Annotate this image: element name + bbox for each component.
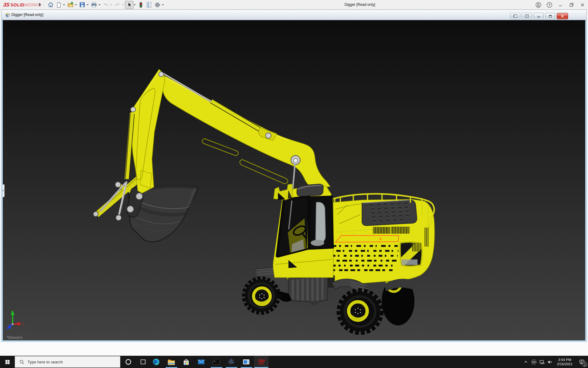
file-properties-icon	[146, 2, 152, 8]
undo-button[interactable]	[102, 1, 110, 9]
toolbar-separator	[44, 1, 44, 8]
doc-close-button[interactable]	[557, 13, 568, 19]
doc-minimize-button[interactable]	[533, 13, 544, 19]
cab[interactable]	[273, 184, 333, 278]
file-explorer-icon	[167, 358, 175, 366]
meet-now-icon	[531, 359, 537, 365]
select-cursor-icon	[126, 2, 132, 8]
search-placeholder-text: Type here to search	[28, 360, 63, 364]
task-view-icon	[140, 359, 146, 365]
view-orientation-label: *Dimetric	[7, 335, 23, 340]
redo-dropdown[interactable]	[122, 4, 124, 6]
rear-wheel[interactable]	[338, 290, 382, 333]
undo-icon	[103, 2, 109, 8]
task-view-button[interactable]	[136, 356, 150, 368]
svg-text:>_: >_	[214, 360, 217, 362]
select-tool-dropdown[interactable]	[134, 4, 136, 6]
document-title: Digger [Read-only]	[11, 10, 43, 20]
tray-chevron-button[interactable]	[522, 356, 530, 368]
show-left-pane-button[interactable]	[510, 13, 520, 19]
tray-volume-button[interactable]	[546, 356, 554, 368]
clock-date: 2/16/2021	[555, 362, 575, 366]
redo-button[interactable]	[113, 1, 122, 9]
taskbar-store[interactable]	[179, 356, 194, 368]
notification-badge: 2	[582, 362, 587, 367]
save-button[interactable]	[78, 1, 86, 9]
search-icon	[19, 359, 24, 365]
front-wheel[interactable]	[244, 278, 279, 313]
solidworks-app: ЗS SOLID WORKS	[0, 0, 588, 368]
doc-restore-button[interactable]	[545, 13, 555, 19]
solidworks-logo: ЗS SOLID WORKS	[3, 0, 41, 10]
new-document-dropdown[interactable]	[63, 4, 65, 6]
undo-dropdown[interactable]	[110, 4, 112, 6]
user-icon	[535, 2, 541, 8]
taskbar-file-explorer[interactable]	[164, 356, 179, 368]
apex-pin	[159, 72, 164, 77]
new-document-button[interactable]	[55, 1, 63, 9]
select-tool-button[interactable]	[125, 1, 134, 9]
dipper-arm[interactable]	[130, 69, 165, 193]
start-button[interactable]	[0, 356, 15, 368]
orientation-triad: Y x	[6, 310, 24, 329]
rebuild-button[interactable]	[137, 1, 145, 9]
home-icon	[47, 2, 54, 8]
restore-button[interactable]	[566, 0, 577, 10]
taskbar-solidworks[interactable]: SW 2021	[254, 356, 269, 368]
document-titlebar[interactable]: Digger [Read-only]	[1, 10, 587, 20]
help-button[interactable]: ?	[544, 0, 555, 10]
cortana-icon	[125, 358, 132, 365]
collapsed-pane-tab[interactable]	[3, 184, 5, 197]
taskbar-mail[interactable]	[194, 356, 209, 368]
taskbar-search-input[interactable]: Type here to search	[15, 356, 120, 368]
quick-access-toolbar	[47, 0, 165, 10]
taskbar-clock[interactable]: 3:54 PM 2/16/2021	[555, 358, 575, 366]
cortana-button[interactable]	[121, 356, 136, 368]
edge-icon	[152, 358, 160, 366]
pane-tab-dot-icon	[3, 190, 4, 191]
boom[interactable]	[162, 76, 330, 199]
mail-icon	[197, 358, 205, 366]
rear-side-grille	[424, 228, 429, 247]
app-titlebar: ЗS SOLID WORKS	[0, 0, 588, 10]
save-dropdown[interactable]	[87, 4, 89, 6]
action-center-button[interactable]: 2	[576, 356, 588, 368]
chassis-ribs-icon	[293, 278, 322, 301]
home-button[interactable]	[47, 1, 55, 9]
taskbar-edge[interactable]	[149, 356, 164, 368]
print-button[interactable]	[90, 1, 98, 9]
print-dropdown[interactable]	[99, 4, 100, 6]
tray-network-button[interactable]	[538, 356, 546, 368]
solidworks-2021-icon: SW 2021	[258, 358, 265, 365]
app-background	[0, 342, 588, 356]
save-icon	[79, 2, 85, 8]
minimize-button[interactable]	[555, 0, 566, 10]
options-dropdown[interactable]	[162, 4, 164, 6]
side-grille-right	[391, 227, 410, 234]
side-grille-left	[373, 227, 390, 234]
menu-expand-arrow-icon[interactable]	[39, 3, 41, 6]
restore-icon	[569, 2, 574, 7]
model-canvas[interactable]: Y x	[3, 20, 585, 340]
tray-meet-now-button[interactable]	[530, 356, 538, 368]
open-dropdown[interactable]	[75, 4, 77, 6]
taskbar-window-app[interactable]	[239, 356, 254, 368]
close-button[interactable]	[577, 0, 588, 10]
taskbar-cmd[interactable]: >_	[209, 356, 224, 368]
triad-y-label: Y	[11, 310, 13, 314]
file-properties-button[interactable]	[145, 1, 153, 9]
left-pane-icon	[513, 14, 517, 18]
left-pin	[131, 107, 136, 112]
taskbar-hexagon-app[interactable]	[224, 356, 239, 368]
document-window-controls	[510, 13, 568, 19]
options-button[interactable]	[153, 1, 162, 9]
login-button[interactable]	[533, 0, 544, 10]
open-button[interactable]	[66, 1, 75, 9]
gear-icon	[154, 2, 161, 8]
app-title: Digger [Read-only]	[318, 0, 401, 10]
right-pane-icon	[525, 14, 529, 18]
rebuild-traffic-light-icon	[138, 2, 144, 8]
show-right-pane-button[interactable]	[522, 13, 532, 19]
graphics-area[interactable]: Y x *Dimetric	[3, 20, 585, 340]
redo-icon	[114, 2, 121, 8]
